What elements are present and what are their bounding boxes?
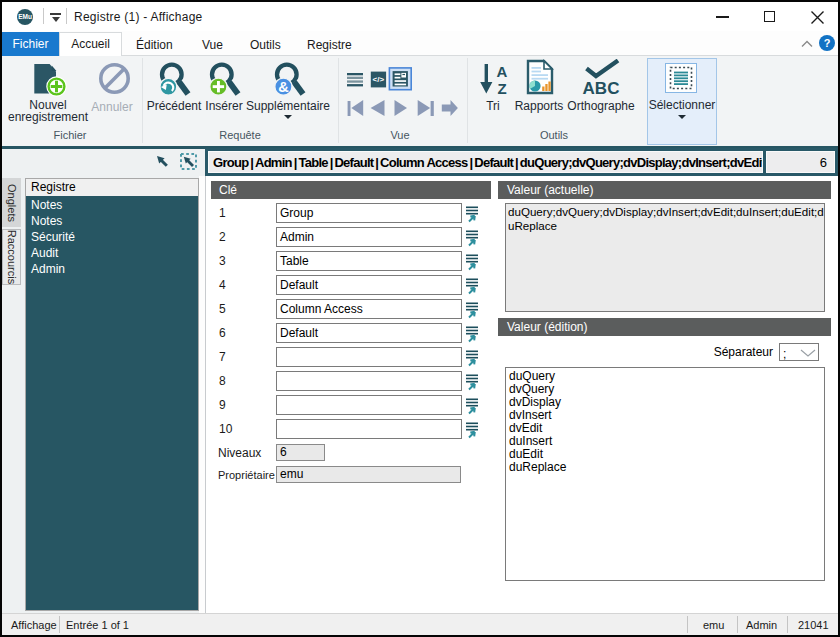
svg-text:ABC: ABC [583,79,620,95]
svg-text:&: & [278,79,289,95]
svg-text:Z: Z [497,80,506,95]
svg-text:</>: </> [373,75,385,84]
svg-text:A: A [497,63,508,80]
